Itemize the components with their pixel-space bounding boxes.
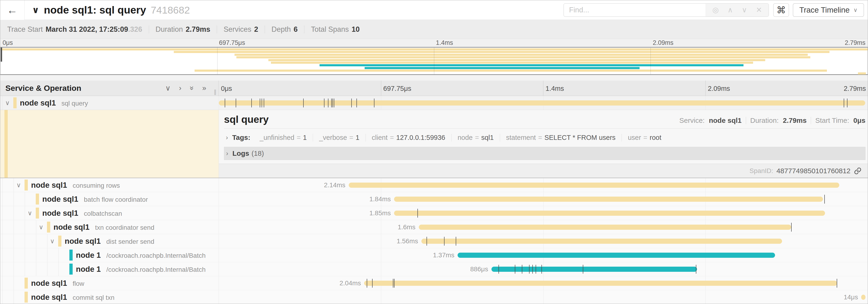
span-row-timeline-cell[interactable]: 1.6ms [219, 220, 868, 234]
span-bar[interactable] [458, 252, 775, 258]
keyboard-shortcuts-button[interactable]: ⌘ [773, 3, 789, 17]
span-row-name-cell[interactable]: ∨node sql1colbatchscan [0, 206, 219, 220]
indent-guide [25, 206, 25, 220]
indent-guide [13, 178, 14, 192]
span-row[interactable]: ∨node sql1txn coordinator send1.6ms [0, 220, 868, 234]
minimap-tick-labels: 0μs697.75μs1.4ms2.09ms2.79ms [0, 39, 868, 47]
expand-one-icon[interactable]: › [179, 84, 181, 93]
span-row-name-cell[interactable]: ∨node sql1sql query [0, 96, 219, 110]
span-duration-label: 14μs [844, 290, 858, 304]
find-box: ◎ ∧ ∨ ✕ [563, 3, 769, 17]
prev-match-icon[interactable]: ∧ [727, 6, 733, 14]
log-marker [536, 265, 536, 274]
minimap-span-bar [0, 48, 868, 50]
row-chevron-down-icon[interactable]: ∨ [15, 178, 22, 192]
indent-guide [2, 178, 3, 192]
span-bar[interactable] [394, 197, 823, 202]
indent-guide [25, 234, 25, 248]
chevron-right-icon[interactable]: › [226, 134, 228, 141]
divider [265, 26, 265, 33]
clear-search-icon[interactable]: ✕ [756, 6, 762, 14]
span-row-timeline-cell[interactable]: 1.84ms [219, 192, 868, 206]
indent-guide [25, 262, 25, 276]
span-bar[interactable] [349, 182, 839, 188]
span-row[interactable]: ∨node sql1colbatchscan1.85ms [0, 206, 868, 220]
log-marker [334, 99, 334, 107]
expand-all-icon[interactable]: » [202, 84, 206, 93]
logs-section[interactable]: › Logs (18) [224, 147, 865, 160]
ruler-tick-label: 2.79ms [844, 85, 866, 93]
span-row[interactable]: ∨node sql1dist sender send1.56ms [0, 234, 868, 248]
span-row-timeline-cell[interactable] [219, 96, 868, 110]
span-row[interactable]: node 1/cockroach.roachpb.Internal/Batch8… [0, 262, 868, 276]
log-marker [824, 195, 825, 204]
trace-meta-value: 2 [254, 25, 258, 34]
row-chevron-down-icon[interactable]: ∨ [49, 234, 56, 248]
ruler-tick-label: 0μs [221, 85, 232, 93]
copy-link-icon[interactable] [854, 167, 862, 175]
span-row-name-cell[interactable]: node sql1commit sql txn [0, 290, 219, 304]
span-row[interactable]: ∨node sql1consuming rows2.14ms [0, 178, 868, 192]
span-row-timeline-cell[interactable]: 1.56ms [219, 234, 868, 248]
log-marker [260, 99, 260, 107]
span-row-timeline-cell[interactable]: 2.14ms [219, 178, 868, 192]
minimap-scrubber-handle[interactable] [1, 47, 2, 62]
span-row[interactable]: node 1/cockroach.roachpb.Internal/Batch1… [0, 248, 868, 262]
span-row-name-cell[interactable]: ∨node sql1txn coordinator send [0, 220, 219, 234]
collapse-all-icon[interactable]: » [188, 86, 196, 90]
tags-section[interactable]: › Tags: _unfinished=1_verbose=1client=12… [224, 131, 868, 144]
find-input[interactable] [564, 4, 706, 16]
log-marker [532, 265, 533, 274]
minimap-tick-label: 2.09ms [653, 39, 674, 46]
span-row-name-cell[interactable]: node sql1batch flow coordinator [0, 192, 219, 206]
span-row-name-cell[interactable]: ∨node sql1consuming rows [0, 178, 219, 192]
row-chevron-down-icon[interactable]: ∨ [26, 206, 33, 220]
span-bar[interactable] [394, 211, 825, 216]
span-row-name-cell[interactable]: node 1/cockroach.roachpb.Internal/Batch [0, 248, 219, 262]
log-marker [583, 265, 583, 274]
log-marker [264, 99, 264, 107]
ruler-tick-label: 697.75μs [383, 85, 411, 93]
operation-name: commit sql txn [73, 294, 115, 301]
tag-item: statement=SELECT * FROM users [500, 134, 622, 141]
span-row-timeline-cell[interactable]: 1.85ms [219, 206, 868, 220]
collapse-trace-icon[interactable]: ∨ [32, 5, 39, 15]
span-bar[interactable] [219, 100, 865, 105]
column-resize-grip[interactable]: ∥ [214, 89, 217, 95]
span-row-name-cell[interactable]: node sql1flow [0, 276, 219, 290]
span-row-name-cell[interactable]: node 1/cockroach.roachpb.Internal/Batch [0, 262, 219, 276]
tag-value: SELECT * FROM users [545, 134, 616, 141]
ruler-tick-label: 2.09ms [708, 85, 730, 93]
indent-guide [2, 192, 3, 206]
span-bar[interactable] [364, 281, 837, 286]
span-row-name-cell[interactable]: ∨node sql1dist sender send [0, 234, 219, 248]
span-row-timeline-cell[interactable]: 2.04ms [219, 276, 868, 290]
tag-equals: = [538, 134, 542, 141]
span-bar[interactable] [419, 225, 792, 230]
chevron-right-icon[interactable]: › [226, 150, 228, 157]
operation-name: /cockroach.roachpb.Internal/Batch [106, 266, 206, 273]
minimap-canvas[interactable] [0, 47, 868, 75]
indent-guide [13, 234, 14, 248]
trace-meta-item: Duration2.79ms [156, 25, 210, 34]
back-button[interactable]: ← [0, 0, 25, 20]
log-marker [696, 265, 696, 274]
span-row[interactable]: node sql1commit sql txn14μs [0, 290, 868, 304]
span-row[interactable]: ∨node sql1sql query [0, 96, 868, 110]
span-row-timeline-cell[interactable]: 14μs [219, 290, 868, 304]
span-row[interactable]: node sql1flow2.04ms [0, 276, 868, 290]
span-row-timeline-cell[interactable]: 1.37ms [219, 248, 868, 262]
span-row-timeline-cell[interactable]: 886μs [219, 262, 868, 276]
span-row[interactable]: node sql1batch flow coordinator1.84ms [0, 192, 868, 206]
collapse-one-icon[interactable]: ∨ [165, 84, 170, 93]
service-label: Service: [679, 116, 705, 125]
trace-meta-label: Services [223, 25, 251, 34]
next-match-icon[interactable]: ∨ [742, 6, 747, 14]
row-chevron-down-icon[interactable]: ∨ [4, 96, 11, 110]
span-bar[interactable] [422, 239, 782, 244]
ruler-tick-label: 1.4ms [546, 85, 564, 93]
locate-icon[interactable]: ◎ [712, 6, 719, 14]
view-dropdown[interactable]: Trace Timeline ∨ [793, 3, 864, 17]
row-chevron-down-icon[interactable]: ∨ [38, 220, 44, 234]
span-bar[interactable] [861, 295, 865, 300]
